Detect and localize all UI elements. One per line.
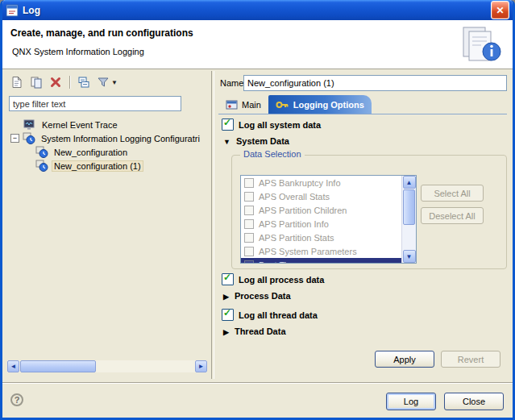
item-checkbox[interactable] xyxy=(244,260,254,264)
tree-item-label: New_configuration (1) xyxy=(52,160,143,172)
section-thread-data[interactable]: Thread Data xyxy=(223,326,286,336)
section-process-data[interactable]: Process Data xyxy=(223,291,291,301)
scrollbar-thumb[interactable] xyxy=(403,189,415,225)
tree-item-kernel-event-trace[interactable]: Kernel Event Trace xyxy=(9,118,207,131)
item-checkbox[interactable] xyxy=(244,219,254,229)
revert-button[interactable]: Revert xyxy=(441,351,500,368)
deselect-all-button[interactable]: Deselect All xyxy=(421,207,484,224)
item-checkbox[interactable] xyxy=(244,192,254,202)
delete-configuration-button[interactable] xyxy=(48,74,64,90)
close-window-button[interactable]: ✕ xyxy=(491,1,509,19)
configuration-icon xyxy=(35,160,48,172)
tree-expander-collapse[interactable]: − xyxy=(10,134,19,143)
tab-logging-options[interactable]: Logging Options xyxy=(268,95,372,114)
filter-menu-button[interactable]: ▼ xyxy=(95,74,119,90)
filter-icon xyxy=(97,76,110,89)
info-document-icon xyxy=(459,25,503,65)
close-button[interactable]: Close xyxy=(444,393,504,410)
tree-item-new-configuration-1-selected[interactable]: New_configuration (1) xyxy=(9,159,207,173)
panel-divider xyxy=(211,71,214,379)
kernel-event-trace-icon xyxy=(23,119,36,131)
tree-item-label: New_configuration xyxy=(52,147,130,158)
tree-item-new-configuration[interactable]: New_configuration xyxy=(9,145,207,159)
window-title: Log xyxy=(23,5,491,16)
app-icon xyxy=(6,4,19,17)
configurations-tree: Kernel Event Trace − System Information … xyxy=(9,118,207,173)
list-item[interactable]: APS Partition Stats xyxy=(241,231,402,244)
list-item[interactable]: APS Bankruptcy Info xyxy=(241,176,402,189)
twistie-collapsed-icon xyxy=(223,291,229,301)
item-checkbox[interactable] xyxy=(244,206,254,215)
copy-icon xyxy=(30,76,43,89)
tree-horizontal-scrollbar[interactable]: ◄ ► xyxy=(7,360,207,372)
list-item[interactable]: APS Overall Stats xyxy=(241,189,402,203)
tab-main[interactable]: Main xyxy=(218,95,268,114)
scrollbar-track[interactable] xyxy=(96,360,195,372)
tree-item-label: Kernel Event Trace xyxy=(39,119,120,131)
scroll-up-arrow[interactable]: ▲ xyxy=(403,176,416,189)
checkbox-checked-icon[interactable] xyxy=(222,119,234,131)
list-item[interactable]: APS Partition Children xyxy=(241,203,402,217)
scrollbar-thumb[interactable] xyxy=(20,360,96,372)
help-button[interactable]: ? xyxy=(10,393,23,406)
log-all-system-data-checkbox-row[interactable]: Log all system data xyxy=(222,119,321,131)
titlebar: Log ✕ xyxy=(2,0,513,20)
key-icon xyxy=(276,99,289,110)
log-button[interactable]: Log xyxy=(386,393,436,410)
dialog-footer: ? Log Close xyxy=(2,382,513,418)
scroll-down-arrow[interactable]: ▼ xyxy=(403,250,416,263)
item-label: APS Partition Stats xyxy=(259,233,334,243)
filter-text-input[interactable] xyxy=(9,96,181,111)
section-system-data[interactable]: System Data xyxy=(223,136,289,146)
apply-button[interactable]: Apply xyxy=(375,351,434,368)
close-icon: ✕ xyxy=(496,5,504,16)
new-configuration-button[interactable] xyxy=(9,74,25,90)
scroll-right-arrow[interactable]: ► xyxy=(195,360,207,372)
twistie-expanded-icon xyxy=(223,136,231,146)
logging-configurations-icon xyxy=(23,132,35,144)
tree-item-sysinfo-logging-configurations[interactable]: − System Information Logging Configuratr… xyxy=(9,131,207,145)
group-label: Data Selection xyxy=(240,149,305,159)
item-label: APS Partition Info xyxy=(259,219,329,229)
collapse-all-button[interactable] xyxy=(76,74,92,90)
log-all-process-data-checkbox-row[interactable]: Log all process data xyxy=(222,273,324,285)
log-all-thread-data-checkbox-row[interactable]: Log all thread data xyxy=(222,309,318,321)
dialog-header-title: Create, manage, and run configurations xyxy=(10,27,193,39)
item-checkbox[interactable] xyxy=(244,247,254,256)
toolbar-separator xyxy=(69,76,70,89)
duplicate-configuration-button[interactable] xyxy=(28,74,44,90)
data-selection-group: Data Selection APS Bankruptcy Info APS O… xyxy=(231,155,507,269)
delete-icon xyxy=(49,76,62,89)
select-all-button[interactable]: Select All xyxy=(421,185,484,202)
dialog-header-subtitle: QNX System Information Logging xyxy=(12,47,144,56)
scroll-left-arrow[interactable]: ◄ xyxy=(7,360,19,372)
data-selection-list[interactable]: APS Bankruptcy Info APS Overall Stats AP… xyxy=(240,175,417,264)
checkbox-checked-icon[interactable] xyxy=(222,273,234,285)
item-label: APS Overall Stats xyxy=(259,192,330,202)
list-item[interactable]: APS Partition Info xyxy=(241,217,402,231)
section-label: Process Data xyxy=(235,291,291,301)
item-checkbox[interactable] xyxy=(244,233,254,243)
configuration-name-input[interactable] xyxy=(243,75,507,91)
item-label: APS Partition Children xyxy=(259,206,347,215)
list-item-partially-visible[interactable]: Boot Time xyxy=(241,258,402,263)
item-label: Boot Time xyxy=(259,260,299,264)
list-vertical-scrollbar[interactable]: ▲ ▼ xyxy=(401,176,416,263)
main-tab-icon xyxy=(226,99,238,110)
tab-label: Logging Options xyxy=(293,100,364,110)
twistie-collapsed-icon xyxy=(223,326,229,336)
dialog-header: Create, manage, and run configurations Q… xyxy=(2,20,513,69)
item-checkbox[interactable] xyxy=(244,178,254,188)
tree-item-label: System Information Logging Configuratri xyxy=(39,133,202,144)
tab-label: Main xyxy=(242,100,261,110)
name-label: Name: xyxy=(220,78,246,88)
checkbox-label: Log all process data xyxy=(239,275,324,285)
item-label: APS System Parameters xyxy=(259,247,357,256)
section-label: Thread Data xyxy=(235,326,286,336)
collapse-all-icon xyxy=(77,76,90,89)
item-label: APS Bankruptcy Info xyxy=(259,178,341,188)
log-dialog-window: Log ✕ Create, manage, and run configurat… xyxy=(0,0,515,420)
list-item[interactable]: APS System Parameters xyxy=(241,244,402,258)
question-mark-icon: ? xyxy=(15,395,20,405)
checkbox-checked-icon[interactable] xyxy=(222,309,234,321)
